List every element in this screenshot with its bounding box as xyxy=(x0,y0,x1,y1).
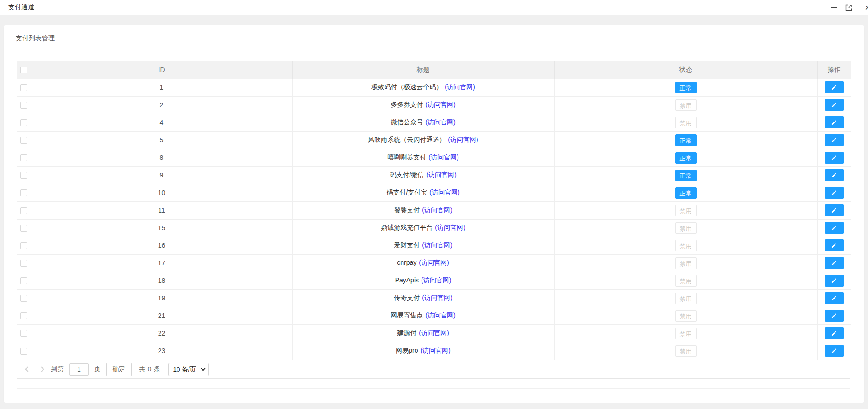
status-badge[interactable]: 禁用 xyxy=(675,328,697,339)
status-badge[interactable]: 正常 xyxy=(675,82,697,93)
official-site-link[interactable]: (访问官网) xyxy=(435,224,465,231)
row-title-cell: 码支付/微信(访问官网) xyxy=(292,166,554,184)
official-site-link[interactable]: (访问官网) xyxy=(448,136,478,143)
row-id: 5 xyxy=(31,131,292,149)
edit-button[interactable] xyxy=(825,310,844,322)
status-badge[interactable]: 禁用 xyxy=(675,293,697,304)
row-checkbox[interactable] xyxy=(20,295,27,302)
table-row: 9 码支付/微信(访问官网) 正常 xyxy=(17,166,851,184)
page-size-select[interactable]: 10 条/页 xyxy=(168,363,209,376)
edit-button[interactable] xyxy=(825,327,844,339)
row-title: PayApis xyxy=(395,276,419,284)
row-checkbox[interactable] xyxy=(20,260,27,267)
row-status-cell: 正常 xyxy=(554,184,817,201)
row-checkbox[interactable] xyxy=(20,154,27,161)
row-checkbox[interactable] xyxy=(20,137,27,144)
edit-button[interactable] xyxy=(825,169,844,181)
row-action-cell xyxy=(817,324,851,342)
card-title: 支付列表管理 xyxy=(4,25,864,50)
status-badge[interactable]: 禁用 xyxy=(675,117,697,128)
row-action-cell xyxy=(817,131,851,149)
row-status-cell: 正常 xyxy=(554,149,817,166)
row-id: 1 xyxy=(31,79,292,96)
official-site-link[interactable]: (访问官网) xyxy=(420,347,450,354)
pencil-icon xyxy=(831,260,837,266)
edit-button[interactable] xyxy=(825,222,844,234)
status-badge[interactable]: 禁用 xyxy=(675,240,697,251)
close-button[interactable]: ✕ xyxy=(860,4,867,12)
edit-button[interactable] xyxy=(825,257,844,269)
official-site-link[interactable]: (访问官网) xyxy=(421,276,451,284)
row-id: 17 xyxy=(31,254,292,272)
minimize-icon xyxy=(831,7,837,8)
official-site-link[interactable]: (访问官网) xyxy=(425,101,455,108)
select-all-checkbox[interactable] xyxy=(20,67,27,73)
row-checkbox[interactable] xyxy=(20,102,27,109)
status-badge[interactable]: 正常 xyxy=(675,134,697,146)
row-checkbox-cell xyxy=(17,342,31,360)
status-badge[interactable]: 正常 xyxy=(675,170,697,181)
row-status-cell: 禁用 xyxy=(554,114,817,131)
row-checkbox[interactable] xyxy=(20,225,27,232)
status-badge[interactable]: 禁用 xyxy=(675,205,697,216)
edit-button[interactable] xyxy=(825,116,844,128)
table-row: 18 PayApis(访问官网) 禁用 xyxy=(17,272,851,289)
edit-button[interactable] xyxy=(825,275,844,287)
row-checkbox[interactable] xyxy=(20,330,27,337)
row-title-cell: 爱财支付(访问官网) xyxy=(292,237,554,254)
row-checkbox[interactable] xyxy=(20,277,27,284)
status-badge[interactable]: 禁用 xyxy=(675,257,697,269)
official-site-link[interactable]: (访问官网) xyxy=(445,83,475,91)
edit-button[interactable] xyxy=(825,134,844,146)
status-badge[interactable]: 正常 xyxy=(675,187,697,199)
table-row: 17 cnrpay(访问官网) 禁用 xyxy=(17,254,851,272)
official-site-link[interactable]: (访问官网) xyxy=(426,171,456,178)
status-badge[interactable]: 禁用 xyxy=(675,310,697,322)
next-page-button[interactable] xyxy=(37,365,46,373)
row-status-cell: 禁用 xyxy=(554,96,817,114)
row-checkbox[interactable] xyxy=(20,119,27,126)
row-action-cell xyxy=(817,149,851,166)
edit-button[interactable] xyxy=(825,152,844,164)
status-badge[interactable]: 禁用 xyxy=(675,99,697,111)
confirm-page-button[interactable]: 确定 xyxy=(106,363,132,376)
official-site-link[interactable]: (访问官网) xyxy=(425,118,455,126)
row-checkbox[interactable] xyxy=(20,242,27,249)
status-badge[interactable]: 禁用 xyxy=(675,345,697,357)
edit-button[interactable] xyxy=(825,187,844,199)
row-status-cell: 禁用 xyxy=(554,219,817,237)
official-site-link[interactable]: (访问官网) xyxy=(419,259,449,266)
edit-button[interactable] xyxy=(825,81,844,93)
row-checkbox[interactable] xyxy=(20,189,27,196)
row-checkbox-cell xyxy=(17,114,31,131)
row-checkbox[interactable] xyxy=(20,207,27,214)
edit-button[interactable] xyxy=(825,345,844,357)
official-site-link[interactable]: (访问官网) xyxy=(422,241,452,249)
pencil-icon xyxy=(831,102,837,108)
edit-button[interactable] xyxy=(825,204,844,216)
official-site-link[interactable]: (访问官网) xyxy=(419,329,449,336)
official-site-link[interactable]: (访问官网) xyxy=(428,153,458,161)
status-badge[interactable]: 禁用 xyxy=(675,222,697,234)
status-badge[interactable]: 禁用 xyxy=(675,275,697,287)
minimize-button[interactable] xyxy=(830,4,837,12)
official-site-link[interactable]: (访问官网) xyxy=(429,189,459,196)
status-badge[interactable]: 正常 xyxy=(675,152,697,164)
header-status: 状态 xyxy=(554,61,817,79)
row-checkbox[interactable] xyxy=(20,172,27,179)
row-checkbox[interactable] xyxy=(20,312,27,319)
maximize-button[interactable] xyxy=(845,4,852,12)
page-number-input[interactable] xyxy=(69,363,89,376)
edit-button[interactable] xyxy=(825,292,844,304)
prev-page-button[interactable] xyxy=(24,365,32,373)
row-checkbox[interactable] xyxy=(20,84,27,91)
page-size-select-wrap: 10 条/页 xyxy=(168,363,209,376)
official-site-link[interactable]: (访问官网) xyxy=(425,311,455,319)
header-checkbox-cell xyxy=(17,61,31,79)
edit-button[interactable] xyxy=(825,239,844,251)
row-checkbox[interactable] xyxy=(20,348,27,355)
row-title: 微信公众号 xyxy=(391,118,423,126)
edit-button[interactable] xyxy=(825,99,844,111)
official-site-link[interactable]: (访问官网) xyxy=(422,206,452,214)
official-site-link[interactable]: (访问官网) xyxy=(422,294,452,301)
